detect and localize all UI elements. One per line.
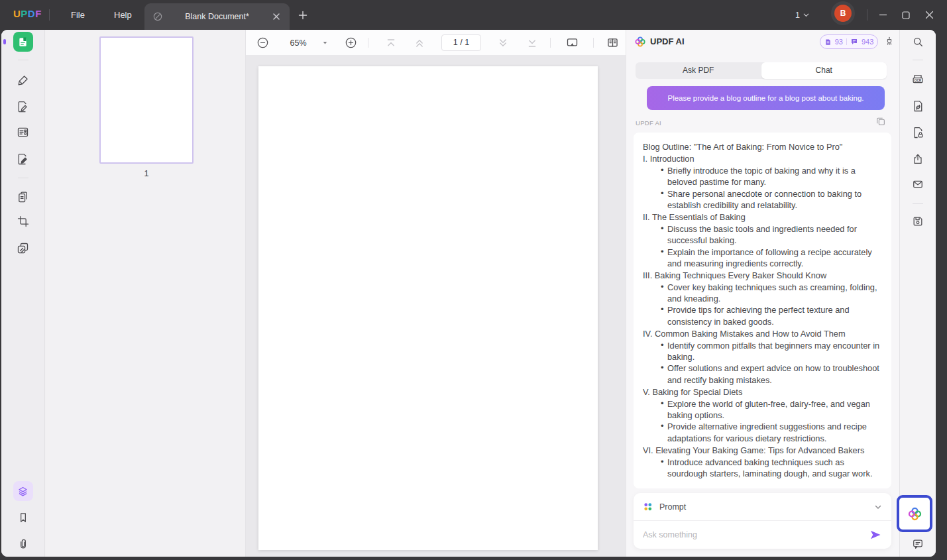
next-page-button[interactable] bbox=[494, 30, 512, 56]
fill-sign-button[interactable] bbox=[11, 148, 35, 170]
left-toolbar bbox=[1, 30, 45, 557]
tab-title: Blank Document* bbox=[164, 12, 270, 21]
maximize-button[interactable] bbox=[893, 0, 919, 30]
attachments-button[interactable] bbox=[11, 533, 35, 555]
zoom-level[interactable]: 65% bbox=[284, 30, 312, 56]
prompt-dots-icon bbox=[643, 502, 653, 512]
thumbnail-page-number: 1 bbox=[99, 169, 194, 178]
watermark-icon bbox=[16, 241, 30, 255]
outline-bullet: Briefly introduce the topic of baking an… bbox=[643, 165, 882, 188]
caret-down-icon bbox=[321, 39, 329, 46]
outline-heading: I. Introduction bbox=[643, 153, 882, 164]
page-thumbnail[interactable] bbox=[99, 36, 194, 164]
share-icon bbox=[911, 152, 924, 166]
badge-divider bbox=[846, 38, 847, 45]
outline-bullet: Introduce advanced baking techniques suc… bbox=[643, 457, 882, 480]
ai-panel: UPDF AI 93 943 Ask PDF Chat Please provi… bbox=[626, 30, 899, 557]
minimize-button[interactable] bbox=[869, 0, 896, 30]
ocr-button[interactable]: OCR bbox=[907, 68, 929, 90]
document-page[interactable] bbox=[258, 66, 598, 550]
titlebar: UPDF File Help Blank Document* 1 B bbox=[0, 0, 947, 30]
ai-response-card: Blog Outline: "The Art of Baking: From N… bbox=[634, 133, 891, 488]
outline-bullet: Provide alternative ingredient suggestio… bbox=[643, 421, 882, 444]
ocr-icon: OCR bbox=[911, 72, 925, 86]
updf-logo: UPDF bbox=[13, 8, 42, 19]
tab-ask-pdf[interactable]: Ask PDF bbox=[636, 62, 761, 79]
app-window: UPDF File Help Blank Document* 1 B bbox=[0, 0, 947, 560]
protect-button[interactable] bbox=[907, 121, 929, 144]
last-page-button[interactable] bbox=[524, 30, 541, 56]
outline-heading: V. Baking for Special Diets bbox=[643, 386, 882, 398]
prompt-label: Prompt bbox=[659, 502, 874, 512]
tab-close-button[interactable] bbox=[270, 10, 283, 23]
outline-bullet: Share personal anecdote or connection to… bbox=[643, 188, 882, 211]
prompt-selector[interactable]: Prompt bbox=[634, 493, 891, 521]
zoom-out-button[interactable] bbox=[254, 30, 271, 56]
outline-bullet: Explore the world of gluten-free, dairy-… bbox=[643, 398, 882, 421]
presentation-mode-button[interactable] bbox=[563, 30, 581, 56]
copy-icon bbox=[875, 116, 886, 127]
blank-document-icon bbox=[151, 10, 164, 23]
outline-heading: IV. Common Baking Mistakes and How to Av… bbox=[643, 328, 882, 339]
zoom-in-button[interactable] bbox=[342, 30, 359, 56]
ask-input[interactable] bbox=[643, 530, 869, 539]
toolbar-divider bbox=[368, 38, 368, 48]
chevron-down-icon bbox=[803, 11, 810, 19]
share-button[interactable] bbox=[907, 148, 929, 170]
watermark-button[interactable] bbox=[11, 237, 35, 259]
response-author-label: UPDF AI bbox=[636, 119, 661, 127]
convert-icon bbox=[911, 99, 925, 113]
rail-divider bbox=[18, 60, 28, 60]
menu-help[interactable]: Help bbox=[105, 0, 141, 30]
new-tab-button[interactable] bbox=[296, 8, 310, 23]
titlebar-divider bbox=[867, 9, 867, 21]
save-button[interactable] bbox=[907, 210, 929, 233]
annotate-button[interactable] bbox=[11, 69, 35, 91]
first-page-button[interactable] bbox=[382, 30, 400, 56]
outline-bullet: Discuss the basic tools and ingredients … bbox=[643, 223, 882, 247]
go-first-page-icon bbox=[384, 36, 398, 50]
thumbnails-panel-button[interactable] bbox=[11, 480, 35, 502]
double-chevron-down-icon bbox=[496, 36, 510, 50]
outline-heading: III. Baking Techniques Every Baker Shoul… bbox=[643, 270, 882, 281]
ai-panel-title: UPDF AI bbox=[650, 36, 685, 46]
right-toolbar: OCR bbox=[899, 30, 936, 557]
convert-button[interactable] bbox=[907, 95, 929, 117]
bookmarks-button[interactable] bbox=[11, 506, 35, 529]
updf-ai-button[interactable] bbox=[897, 495, 932, 532]
toolbar-divider bbox=[593, 38, 594, 48]
previous-page-button[interactable] bbox=[411, 30, 428, 56]
pages-icon bbox=[16, 190, 30, 204]
close-window-button[interactable] bbox=[916, 0, 942, 30]
crop-pages-button[interactable] bbox=[11, 210, 35, 233]
view-toolbar: 65% 1 / 1 bbox=[246, 30, 626, 56]
outline-heading: II. The Essentials of Baking bbox=[643, 211, 882, 223]
menu-file[interactable]: File bbox=[62, 0, 94, 30]
tab-chat[interactable]: Chat bbox=[761, 62, 887, 79]
search-button[interactable] bbox=[907, 30, 929, 53]
reading-mode-button[interactable] bbox=[604, 30, 621, 56]
document-tab[interactable]: Blank Document* bbox=[144, 3, 290, 30]
window-page-indicator[interactable]: 1 bbox=[795, 0, 810, 30]
copy-response-button[interactable] bbox=[875, 116, 887, 128]
organize-pages-button[interactable] bbox=[11, 121, 35, 143]
zoom-dropdown-button[interactable] bbox=[318, 30, 331, 56]
email-button[interactable] bbox=[907, 173, 929, 196]
page-number-input[interactable]: 1 / 1 bbox=[441, 34, 481, 51]
send-icon[interactable] bbox=[869, 528, 882, 541]
avatar[interactable]: B bbox=[834, 5, 852, 22]
edit-pdf-button[interactable] bbox=[11, 95, 35, 118]
clear-chat-button[interactable] bbox=[883, 36, 895, 48]
rail-divider bbox=[913, 60, 923, 60]
feedback-button[interactable] bbox=[907, 533, 929, 555]
double-chevron-up-icon bbox=[413, 36, 426, 50]
document-credit-icon bbox=[824, 38, 832, 46]
page-tools-button[interactable] bbox=[11, 186, 35, 208]
titlebar-divider bbox=[49, 9, 50, 21]
outline-bullet: Offer solutions and expert advice on how… bbox=[643, 363, 882, 386]
content-area: 1 65% 1 bbox=[1, 30, 936, 557]
outline-bullet: Identify common pitfalls that beginners … bbox=[643, 340, 882, 363]
ai-credits-badge[interactable]: 93 943 bbox=[820, 34, 878, 49]
doc-credit-count: 93 bbox=[835, 38, 843, 46]
reader-mode-button[interactable] bbox=[11, 30, 35, 53]
